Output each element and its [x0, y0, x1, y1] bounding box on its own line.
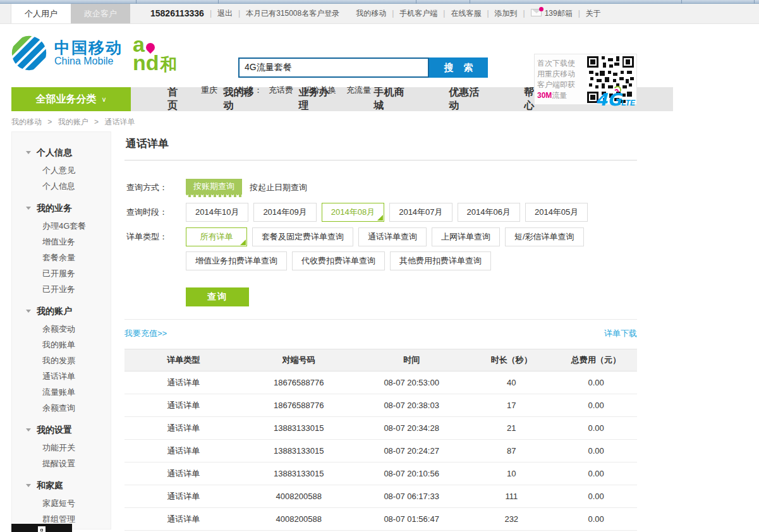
- sidebar-item[interactable]: 已开业务: [42, 281, 111, 297]
- about-link[interactable]: 关于: [586, 4, 601, 23]
- sidebar-item[interactable]: 提醒设置: [42, 456, 111, 471]
- cell-time: 08-07 20:38:03: [355, 394, 468, 417]
- logout-link[interactable]: 退出: [217, 4, 233, 23]
- cell-duration: 10: [468, 462, 555, 485]
- sidebar-item[interactable]: 家庭短号: [42, 495, 111, 511]
- hot-link-points-exchange[interactable]: 积分兑换: [303, 85, 336, 96]
- tab-personal-user[interactable]: 个人用户: [11, 4, 71, 23]
- triangle-down-icon: [26, 151, 31, 154]
- sidebar-item[interactable]: 余额查询: [42, 400, 111, 416]
- search-input[interactable]: [238, 57, 429, 78]
- query-submit-button[interactable]: 查询: [186, 287, 249, 306]
- type-option-internet-details[interactable]: 上网详单查询: [432, 227, 500, 246]
- period-option-2014-10[interactable]: 2014年10月: [186, 203, 248, 222]
- chevron-down-icon: ∨: [101, 95, 106, 104]
- query-method-by-date-range[interactable]: 按起止日期查询: [250, 179, 307, 196]
- type-option-all-details[interactable]: 所有详单: [186, 227, 247, 246]
- browser-chrome-strip: [0, 0, 759, 4]
- period-option-2014-09[interactable]: 2014年09月: [253, 203, 316, 222]
- sidebar-section-my-settings[interactable]: 我的设置: [26, 425, 111, 436]
- page-title: 通话详单: [124, 131, 637, 160]
- mail-139-link[interactable]: 139邮箱: [531, 4, 573, 23]
- chevron-down-icon[interactable]: [222, 88, 229, 92]
- cell-detail-type: 通话详单: [124, 462, 243, 485]
- table-row: 通话详单400820058808-07 01:56:472320.00: [124, 508, 637, 531]
- type-option-call-details[interactable]: 通话详单查询: [358, 227, 427, 246]
- logged-in-phone-number: 15826113336: [150, 4, 204, 23]
- hot-link-recharge-data[interactable]: 充流量: [346, 85, 371, 96]
- separator: |: [578, 4, 580, 23]
- nav-item-promotions[interactable]: 优惠活动: [449, 86, 487, 112]
- china-mobile-logo[interactable]: 中国移动 China Mobile: [10, 34, 123, 72]
- widget-icon: [38, 526, 46, 532]
- nav-item-home[interactable]: 首页: [167, 86, 186, 112]
- table-header-row: 详单类型 对端号码 时间 时长（秒） 总费用（元）: [124, 349, 637, 372]
- type-option-value-added-deduction[interactable]: 增值业务扣费详单查询: [186, 251, 287, 270]
- triangle-down-icon: [26, 484, 31, 487]
- period-option-2014-05[interactable]: 2014年05月: [525, 203, 588, 222]
- period-option-2014-07[interactable]: 2014年07月: [389, 203, 452, 222]
- sidebar-item[interactable]: 办理4G套餐: [42, 218, 111, 234]
- sidebar-item[interactable]: 流量账单: [42, 384, 111, 400]
- breadcrumb-separator: >: [94, 118, 99, 126]
- sidebar-item[interactable]: 增值业务: [42, 234, 111, 250]
- table-row: 通话详单1388313301508-07 20:34:28210.00: [124, 417, 637, 440]
- browser-tab-separator: [218, 0, 219, 4]
- download-details-link[interactable]: 详单下载: [604, 328, 637, 339]
- type-option-sms-mms-details[interactable]: 短/彩信详单查询: [505, 227, 584, 246]
- sidebar-item[interactable]: 个人信息: [42, 178, 111, 194]
- sidebar-item[interactable]: 我的账单: [42, 337, 111, 353]
- cell-time: 08-07 20:34:28: [355, 417, 468, 440]
- sidebar-section-my-account[interactable]: 我的账户: [26, 306, 111, 317]
- sidebar-item-call-details[interactable]: 通话详单: [42, 368, 111, 384]
- cell-peer-number: 4008200588: [243, 508, 355, 531]
- breadcrumb-my-mobile[interactable]: 我的移动: [11, 118, 42, 126]
- triangle-down-icon: [26, 428, 31, 432]
- type-option-collection-deduction[interactable]: 代收费扣费详单查询: [292, 251, 385, 270]
- topbar-link-mobile-client[interactable]: 手机客户端: [399, 4, 437, 23]
- sidebar-item[interactable]: 余额变动: [42, 321, 111, 337]
- nav-all-categories-button[interactable]: 全部业务分类∨: [11, 87, 131, 111]
- browser-tab-separator: [416, 0, 416, 4]
- topbar-link-my-mobile[interactable]: 我的移动: [356, 4, 386, 23]
- sidebar-item[interactable]: 功能开关: [42, 440, 111, 456]
- type-option-package-fixed-fee[interactable]: 套餐及固定费详单查询: [252, 227, 353, 246]
- cell-duration: 40: [468, 372, 555, 394]
- sidebar-section-personal-info[interactable]: 个人信息: [26, 147, 111, 159]
- type-option-other-fee-deduction[interactable]: 其他费用扣费详单查询: [390, 251, 491, 270]
- sidebar-item[interactable]: 我的发票: [42, 353, 111, 368]
- triangle-down-icon: [26, 310, 31, 313]
- cell-duration: 87: [468, 440, 555, 462]
- tab-enterprise-user[interactable]: 政企客户: [71, 4, 130, 23]
- query-form: 查询方式： 按账期查询 按起止日期查询 查询时段： 2014年10月 2014年…: [124, 178, 637, 306]
- breadcrumb-my-account[interactable]: 我的账户: [58, 118, 88, 126]
- sidebar-section-he-family[interactable]: 和家庭: [26, 480, 111, 492]
- cell-time: 08-07 06:17:33: [355, 485, 468, 508]
- recharge-link[interactable]: 我要充值>>: [124, 328, 167, 339]
- period-option-2014-08[interactable]: 2014年08月: [322, 203, 384, 222]
- query-method-by-billing-period[interactable]: 按账期查询: [186, 179, 242, 197]
- sidebar: 个人信息 个人意见 个人信息 我的业务 办理4G套餐 增值业务 套餐余量 已开服…: [11, 131, 111, 529]
- cell-detail-type: 通话详单: [124, 508, 243, 531]
- topbar-link-add-to[interactable]: 添加到: [495, 4, 518, 23]
- search-button[interactable]: 搜 索: [429, 57, 488, 78]
- topbar-link-online-service[interactable]: 在线客服: [451, 4, 481, 23]
- browser-tab-separator: [470, 0, 470, 4]
- period-option-2014-06[interactable]: 2014年06月: [458, 203, 520, 222]
- separator: |: [392, 4, 394, 23]
- sidebar-item[interactable]: 套餐余量: [42, 250, 111, 265]
- sidebar-item[interactable]: 个人意见: [42, 162, 111, 178]
- 4g-lte-logo: 4GLTE: [595, 90, 635, 109]
- sidebar-item[interactable]: 已开服务: [42, 265, 111, 281]
- cell-total-fee: 0.00: [555, 508, 637, 531]
- search-bar: 搜 索: [238, 57, 488, 78]
- qr-promo-text: 首次下载使 用重庆移动 客户端即获 30M流量: [537, 58, 586, 101]
- china-mobile-logo-text: 中国移动 China Mobile: [54, 39, 123, 66]
- floating-widget[interactable]: [11, 524, 72, 532]
- region-selector[interactable]: 重庆: [201, 85, 217, 96]
- sidebar-section-my-business[interactable]: 我的业务: [26, 203, 111, 214]
- hot-link-recharge-fee[interactable]: 充话费: [269, 85, 293, 96]
- query-period-label: 查询时段：: [124, 203, 186, 222]
- content-area: 个人信息 个人意见 个人信息 我的业务 办理4G套餐 增值业务 套餐余量 已开服…: [0, 128, 759, 532]
- breadcrumb-call-details[interactable]: 通话详单: [104, 118, 135, 126]
